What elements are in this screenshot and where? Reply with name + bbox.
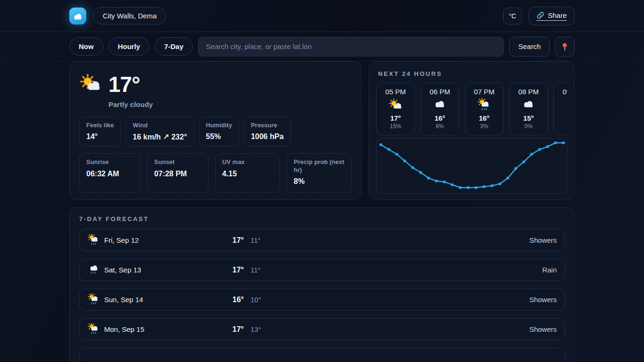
hour-temp: 17° xyxy=(390,114,401,122)
hour-temp: 15° xyxy=(523,114,534,122)
forecast-condition: Showers xyxy=(529,325,557,333)
search-button[interactable]: Search xyxy=(509,37,550,57)
hourly-card: 05 PM 17° 15% xyxy=(376,82,415,135)
rain-cloud-icon xyxy=(566,98,567,112)
current-temperature: 17° xyxy=(108,74,140,95)
stat-label: Precip prob (next hr) xyxy=(294,158,345,174)
link-icon xyxy=(537,11,545,19)
hourly-card: 06 PM 16° 8% xyxy=(421,82,459,135)
use-my-location-button[interactable] xyxy=(555,37,575,57)
hourly-strip: 05 PM 17° 15%06 PM 16° 8%07 PM 16° 3%08 … xyxy=(376,82,567,135)
stat-value: 4.15 xyxy=(222,170,273,178)
low-temp: 11° xyxy=(250,236,261,244)
stat-box: Sunset 07:28 PM xyxy=(147,153,208,193)
stat-label: Feels like xyxy=(86,122,114,129)
hour-label: 06 PM xyxy=(429,88,450,96)
low-temp: 10° xyxy=(250,296,261,304)
hour-label: 09 PM xyxy=(562,88,567,96)
share-label: Share xyxy=(548,11,567,19)
forecast-rows: Fri, Sep 12 17°11° Showers Sat, Sep 13 1… xyxy=(79,229,565,362)
current-conditions-card: 17° Partly cloudy Feels like 14°Wind 16 … xyxy=(69,61,362,200)
stat-value: 07:28 PM xyxy=(154,170,201,178)
forecast-temps: 17°11° xyxy=(232,266,261,274)
table-row: Sun, Sep 14 16°10° Showers xyxy=(79,288,565,311)
high-temp: 17° xyxy=(232,325,244,333)
forecast-temps: 17°13° xyxy=(232,325,261,334)
temperature-trend-chart xyxy=(376,138,567,194)
stat-value: 8% xyxy=(294,177,345,186)
sun-behind-rain-cloud-icon xyxy=(87,234,104,247)
search-input[interactable] xyxy=(198,37,504,57)
high-temp: 17° xyxy=(232,266,244,274)
stat-value: 14° xyxy=(86,132,114,141)
stat-box: Humidity 55% xyxy=(199,116,239,147)
forecast-day: Sat, Sep 13 xyxy=(104,266,232,274)
hour-precip: 0% xyxy=(524,123,532,130)
share-button[interactable]: Share xyxy=(528,7,575,25)
low-temp: 11° xyxy=(250,266,261,274)
hour-temp: 16° xyxy=(479,114,490,122)
forecast-day: Mon, Sep 15 xyxy=(104,325,232,333)
hourly-card: 08 PM 15° 0% xyxy=(509,82,548,135)
seven-day-forecast-card: 7-DAY FORECAST Fri, Sep 12 17°11° Shower… xyxy=(69,207,575,362)
hour-label: 07 PM xyxy=(474,88,494,96)
current-weather-icon xyxy=(79,73,102,96)
hour-precip: 15% xyxy=(390,123,401,130)
stats-row-1: Feels like 14°Wind 16 km/h ↗ 232°Humidit… xyxy=(79,116,352,147)
stat-label: Pressure xyxy=(251,122,283,129)
table-row-partial xyxy=(79,348,565,362)
stat-value: 1006 hPa xyxy=(251,132,283,141)
hour-precip: 8% xyxy=(436,123,444,130)
forecast-day: Fri, Sep 12 xyxy=(104,236,232,244)
rain-cloud-icon xyxy=(87,263,104,276)
pushpin-icon xyxy=(560,42,570,51)
stat-label: Sunrise xyxy=(86,158,133,166)
table-row: Sat, Sep 13 17°11° Rain xyxy=(79,259,565,281)
cloud-icon xyxy=(433,98,447,112)
table-row: Mon, Sep 15 17°13° Showers xyxy=(79,318,565,340)
location-chip[interactable]: City Walls, Dema xyxy=(93,7,166,25)
next-24-hours-card: NEXT 24 HOURS 05 PM 17° 15%06 PM 16° 8%0… xyxy=(369,61,575,200)
forecast-condition: Rain xyxy=(542,266,557,274)
hourly-card: 07 PM 16° 3% xyxy=(465,82,504,135)
hour-precip: 3% xyxy=(480,123,488,130)
hour-label: 05 PM xyxy=(385,88,405,96)
tab-7day[interactable]: 7-Day xyxy=(155,37,193,56)
main-content: 17° Partly cloudy Feels like 14°Wind 16 … xyxy=(69,61,575,362)
hour-temp: 16° xyxy=(435,114,446,122)
forecast-day: Sun, Sep 14 xyxy=(104,296,232,304)
forecast-condition: Showers xyxy=(529,296,557,304)
high-temp: 16° xyxy=(232,296,244,304)
sun-behind-rain-cloud-icon xyxy=(477,98,491,112)
stat-box: Wind 16 km/h ↗ 232° xyxy=(126,116,194,147)
unit-toggle-button[interactable]: °C xyxy=(503,8,522,25)
stat-value: 06:32 AM xyxy=(86,170,133,178)
location-label: City Walls, Dema xyxy=(103,12,157,20)
tab-now[interactable]: Now xyxy=(69,37,103,56)
sun-behind-cloud-icon xyxy=(388,98,403,112)
stat-value: 16 km/h ↗ 232° xyxy=(133,132,187,141)
high-temp: 17° xyxy=(232,236,244,244)
stat-value: 55% xyxy=(206,132,232,141)
stat-label: UV max xyxy=(222,158,273,166)
tab-hourly[interactable]: Hourly xyxy=(108,37,150,56)
stat-box: UV max 4.15 xyxy=(215,153,280,193)
stat-box: Sunrise 06:32 AM xyxy=(79,153,140,193)
nav-bar: Now Hourly 7-Day Search xyxy=(0,32,644,61)
seven-day-forecast-title: 7-DAY FORECAST xyxy=(79,215,565,222)
stat-box: Pressure 1006 hPa xyxy=(244,116,290,147)
hourly-card: 09 PM xyxy=(553,82,567,135)
stat-label: Humidity xyxy=(206,122,232,129)
stat-label: Sunset xyxy=(154,158,201,166)
forecast-temps: 17°11° xyxy=(232,236,261,245)
sun-behind-rain-cloud-icon xyxy=(87,293,104,306)
forecast-condition: Showers xyxy=(529,236,557,244)
table-row: Fri, Sep 12 17°11° Showers xyxy=(79,229,565,251)
stat-box: Precip prob (next hr) 8% xyxy=(287,153,352,193)
stat-box: Feels like 14° xyxy=(79,116,121,147)
sun-behind-rain-cloud-icon xyxy=(87,323,104,336)
app-header: City Walls, Dema °C Share xyxy=(0,0,644,32)
forecast-temps: 16°10° xyxy=(232,296,261,304)
current-condition-text: Partly cloudy xyxy=(108,100,352,108)
next-24-hours-title: NEXT 24 HOURS xyxy=(378,70,567,77)
